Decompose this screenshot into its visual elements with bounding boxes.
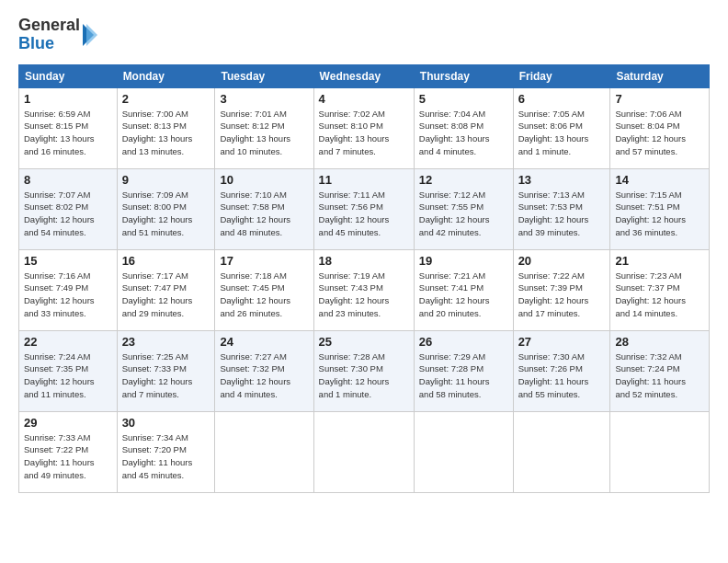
day-detail: Sunrise: 7:25 AMSunset: 7:33 PMDaylight:… <box>122 350 210 401</box>
calendar-cell: 17Sunrise: 7:18 AMSunset: 7:45 PMDayligh… <box>215 249 313 330</box>
day-number: 10 <box>220 173 308 187</box>
calendar-cell: 21Sunrise: 7:23 AMSunset: 7:37 PMDayligh… <box>610 249 710 330</box>
calendar-cell: 5Sunrise: 7:04 AMSunset: 8:08 PMDaylight… <box>414 87 513 168</box>
day-detail: Sunrise: 6:59 AMSunset: 8:15 PMDaylight:… <box>24 108 112 158</box>
calendar-cell: 18Sunrise: 7:19 AMSunset: 7:43 PMDayligh… <box>313 249 414 330</box>
calendar-cell: 23Sunrise: 7:25 AMSunset: 7:33 PMDayligh… <box>117 330 215 411</box>
header: General Blue <box>18 17 710 53</box>
day-number: 30 <box>122 416 210 430</box>
day-detail: Sunrise: 7:18 AMSunset: 7:45 PMDaylight:… <box>220 270 308 320</box>
calendar-cell: 7Sunrise: 7:06 AMSunset: 8:04 PMDaylight… <box>610 87 710 168</box>
day-number: 15 <box>24 254 112 268</box>
col-header-wednesday: Wednesday <box>313 64 414 87</box>
day-detail: Sunrise: 7:19 AMSunset: 7:43 PMDaylight:… <box>319 270 409 320</box>
day-detail: Sunrise: 7:15 AMSunset: 7:51 PMDaylight:… <box>615 189 704 239</box>
day-detail: Sunrise: 7:04 AMSunset: 8:08 PMDaylight:… <box>419 108 508 158</box>
day-number: 25 <box>319 335 409 349</box>
day-detail: Sunrise: 7:30 AMSunset: 7:26 PMDaylight:… <box>518 350 606 401</box>
day-detail: Sunrise: 7:10 AMSunset: 7:58 PMDaylight:… <box>220 189 308 239</box>
logo: General Blue <box>18 17 97 53</box>
svg-marker-1 <box>86 24 97 46</box>
day-number: 23 <box>122 335 210 349</box>
col-header-thursday: Thursday <box>414 64 513 87</box>
day-detail: Sunrise: 7:29 AMSunset: 7:28 PMDaylight:… <box>419 350 508 401</box>
day-detail: Sunrise: 7:16 AMSunset: 7:49 PMDaylight:… <box>24 270 112 320</box>
day-detail: Sunrise: 7:06 AMSunset: 8:04 PMDaylight:… <box>615 108 704 158</box>
day-number: 13 <box>518 173 606 187</box>
day-detail: Sunrise: 7:07 AMSunset: 8:02 PMDaylight:… <box>24 189 112 239</box>
day-number: 11 <box>319 173 409 187</box>
day-detail: Sunrise: 7:24 AMSunset: 7:35 PMDaylight:… <box>24 350 112 401</box>
calendar-cell: 4Sunrise: 7:02 AMSunset: 8:10 PMDaylight… <box>313 87 414 168</box>
calendar-cell <box>610 411 710 492</box>
day-detail: Sunrise: 7:33 AMSunset: 7:22 PMDaylight:… <box>24 431 112 482</box>
calendar-cell <box>414 411 513 492</box>
calendar-cell: 24Sunrise: 7:27 AMSunset: 7:32 PMDayligh… <box>215 330 313 411</box>
calendar-cell: 3Sunrise: 7:01 AMSunset: 8:12 PMDaylight… <box>215 87 313 168</box>
calendar-cell: 9Sunrise: 7:09 AMSunset: 8:00 PMDaylight… <box>117 168 215 249</box>
day-number: 3 <box>220 92 308 106</box>
calendar-cell: 1Sunrise: 6:59 AMSunset: 8:15 PMDaylight… <box>19 87 118 168</box>
logo-general: General <box>18 17 80 35</box>
calendar-page: General Blue SundayMondayTuesdayWednesda… <box>0 0 728 563</box>
day-number: 22 <box>24 335 112 349</box>
day-number: 18 <box>319 254 409 268</box>
day-detail: Sunrise: 7:17 AMSunset: 7:47 PMDaylight:… <box>122 270 210 320</box>
day-detail: Sunrise: 7:27 AMSunset: 7:32 PMDaylight:… <box>220 350 308 401</box>
day-detail: Sunrise: 7:09 AMSunset: 8:00 PMDaylight:… <box>122 189 210 239</box>
calendar-cell: 20Sunrise: 7:22 AMSunset: 7:39 PMDayligh… <box>513 249 610 330</box>
day-number: 21 <box>615 254 704 268</box>
calendar-cell: 6Sunrise: 7:05 AMSunset: 8:06 PMDaylight… <box>513 87 610 168</box>
calendar-cell: 22Sunrise: 7:24 AMSunset: 7:35 PMDayligh… <box>19 330 118 411</box>
day-number: 4 <box>319 92 409 106</box>
day-detail: Sunrise: 7:11 AMSunset: 7:56 PMDaylight:… <box>319 189 409 239</box>
day-number: 28 <box>615 335 704 349</box>
calendar-cell: 19Sunrise: 7:21 AMSunset: 7:41 PMDayligh… <box>414 249 513 330</box>
logo-blue: Blue <box>18 35 80 53</box>
col-header-saturday: Saturday <box>610 64 710 87</box>
calendar-table: SundayMondayTuesdayWednesdayThursdayFrid… <box>18 64 710 493</box>
day-number: 5 <box>419 92 508 106</box>
day-number: 14 <box>615 173 704 187</box>
calendar-cell: 15Sunrise: 7:16 AMSunset: 7:49 PMDayligh… <box>19 249 118 330</box>
day-number: 1 <box>24 92 112 106</box>
calendar-cell <box>313 411 414 492</box>
day-number: 26 <box>419 335 508 349</box>
day-detail: Sunrise: 7:00 AMSunset: 8:13 PMDaylight:… <box>122 108 210 158</box>
calendar-cell: 29Sunrise: 7:33 AMSunset: 7:22 PMDayligh… <box>19 411 118 492</box>
calendar-cell: 2Sunrise: 7:00 AMSunset: 8:13 PMDaylight… <box>117 87 215 168</box>
calendar-cell <box>215 411 313 492</box>
col-header-friday: Friday <box>513 64 610 87</box>
day-detail: Sunrise: 7:13 AMSunset: 7:53 PMDaylight:… <box>518 189 606 239</box>
calendar-cell: 28Sunrise: 7:32 AMSunset: 7:24 PMDayligh… <box>610 330 710 411</box>
day-detail: Sunrise: 7:28 AMSunset: 7:30 PMDaylight:… <box>319 350 409 401</box>
calendar-cell: 10Sunrise: 7:10 AMSunset: 7:58 PMDayligh… <box>215 168 313 249</box>
logo-chevrons <box>83 20 97 50</box>
calendar-cell: 27Sunrise: 7:30 AMSunset: 7:26 PMDayligh… <box>513 330 610 411</box>
calendar-cell: 14Sunrise: 7:15 AMSunset: 7:51 PMDayligh… <box>610 168 710 249</box>
day-number: 9 <box>122 173 210 187</box>
calendar-cell: 16Sunrise: 7:17 AMSunset: 7:47 PMDayligh… <box>117 249 215 330</box>
day-number: 16 <box>122 254 210 268</box>
day-detail: Sunrise: 7:23 AMSunset: 7:37 PMDaylight:… <box>615 270 704 320</box>
day-number: 2 <box>122 92 210 106</box>
day-number: 8 <box>24 173 112 187</box>
calendar-cell: 25Sunrise: 7:28 AMSunset: 7:30 PMDayligh… <box>313 330 414 411</box>
col-header-monday: Monday <box>117 64 215 87</box>
day-number: 12 <box>419 173 508 187</box>
day-detail: Sunrise: 7:34 AMSunset: 7:20 PMDaylight:… <box>122 431 210 482</box>
calendar-cell: 30Sunrise: 7:34 AMSunset: 7:20 PMDayligh… <box>117 411 215 492</box>
col-header-sunday: Sunday <box>19 64 118 87</box>
day-detail: Sunrise: 7:01 AMSunset: 8:12 PMDaylight:… <box>220 108 308 158</box>
day-number: 24 <box>220 335 308 349</box>
calendar-cell: 12Sunrise: 7:12 AMSunset: 7:55 PMDayligh… <box>414 168 513 249</box>
logo-wordmark: General Blue <box>18 17 97 53</box>
day-number: 29 <box>24 416 112 430</box>
day-number: 20 <box>518 254 606 268</box>
day-detail: Sunrise: 7:02 AMSunset: 8:10 PMDaylight:… <box>319 108 409 158</box>
calendar-cell: 8Sunrise: 7:07 AMSunset: 8:02 PMDaylight… <box>19 168 118 249</box>
calendar-cell <box>513 411 610 492</box>
day-number: 27 <box>518 335 606 349</box>
day-number: 19 <box>419 254 508 268</box>
day-detail: Sunrise: 7:32 AMSunset: 7:24 PMDaylight:… <box>615 350 704 401</box>
